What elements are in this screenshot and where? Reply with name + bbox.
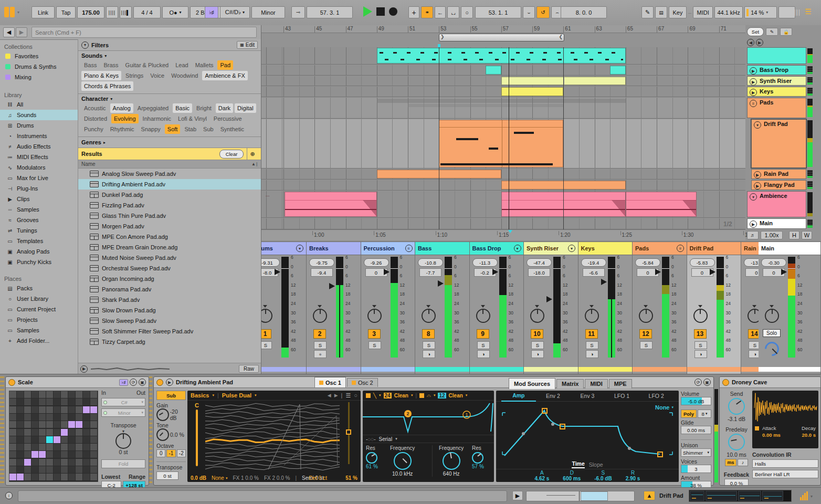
scale-grid-cell[interactable] bbox=[24, 466, 31, 473]
clip-ambience[interactable] bbox=[626, 192, 697, 217]
play-icon[interactable]: ▶ bbox=[754, 182, 761, 190]
lane-bass-drop[interactable] bbox=[261, 65, 745, 76]
key-signature-button[interactable]: ♭♯ bbox=[205, 6, 218, 18]
chev-icon[interactable]: ▾ bbox=[296, 245, 303, 252]
filter-tag-rhythmic[interactable]: Rhythmic bbox=[108, 124, 137, 134]
sidebar-item-all[interactable]: ‖‖All bbox=[0, 99, 78, 110]
scale-grid-cell[interactable] bbox=[17, 451, 24, 458]
scale-grid-cell[interactable] bbox=[9, 444, 16, 450]
scale-grid-cell[interactable] bbox=[83, 429, 90, 436]
filter2-type-icon[interactable]: ⌓ bbox=[427, 392, 431, 398]
channel-header[interactable]: Percussion≡ bbox=[361, 242, 415, 255]
wavetable-position-slider[interactable] bbox=[348, 402, 350, 464]
peak-level-badge[interactable]: -19.4 bbox=[581, 258, 606, 267]
channel-header[interactable]: Drift Pad bbox=[687, 242, 741, 255]
filter-tag-woodwind[interactable]: Woodwind bbox=[169, 71, 201, 80]
optimize-height-button[interactable]: H bbox=[789, 231, 799, 239]
pan-knob[interactable] bbox=[530, 309, 544, 323]
volume-fader-handle[interactable] bbox=[275, 269, 280, 275]
scale-grid-cell[interactable] bbox=[31, 466, 38, 473]
loop-brace[interactable]: ❯ ❮ bbox=[439, 34, 564, 41]
osc2-tab[interactable]: Osc 2 bbox=[347, 378, 378, 387]
filter1-toggle[interactable] bbox=[366, 393, 371, 398]
re-enable-automation-button[interactable]: ← bbox=[435, 6, 446, 18]
scale-grid-cell[interactable] bbox=[31, 436, 38, 443]
scale-grid-cell[interactable] bbox=[83, 421, 90, 428]
scale-grid-cell[interactable] bbox=[54, 474, 60, 480]
scale-grid-cell[interactable] bbox=[76, 414, 82, 421]
scale-grid-cell[interactable] bbox=[83, 436, 90, 443]
scale-grid-cell[interactable] bbox=[61, 459, 68, 466]
predelay-sync-toggle[interactable]: ♪ bbox=[738, 459, 748, 466]
scale-grid-cell[interactable] bbox=[9, 414, 16, 421]
scale-grid-cell[interactable] bbox=[54, 444, 60, 450]
scale-grid-cell[interactable] bbox=[46, 474, 53, 480]
scale-grid-cell[interactable] bbox=[68, 391, 75, 398]
scale-grid-cell[interactable] bbox=[9, 398, 16, 405]
lane-main[interactable] bbox=[261, 218, 745, 229]
scale-grid-cell[interactable] bbox=[17, 398, 24, 405]
scale-grid-cell[interactable] bbox=[68, 459, 75, 466]
scale-grid-cell[interactable] bbox=[9, 466, 16, 473]
track-number-box[interactable]: 12 bbox=[639, 329, 652, 339]
scale-name-select[interactable]: Minor▾ bbox=[101, 408, 145, 417]
scale-grid-cell[interactable] bbox=[90, 466, 97, 473]
track-header-bass-drop[interactable]: ▶Bass Drop bbox=[747, 65, 806, 75]
track-number-box[interactable]: 9 bbox=[477, 329, 489, 339]
scale-grid-cell[interactable] bbox=[17, 421, 24, 428]
root-note-menu[interactable]: C#/D♭▾ bbox=[220, 6, 250, 18]
channel-header[interactable]: Drums▾ bbox=[261, 242, 306, 255]
browser-forward-button[interactable]: ▶ bbox=[16, 27, 27, 37]
device-on-toggle[interactable] bbox=[8, 379, 15, 386]
clip-drums-pattern[interactable] bbox=[377, 48, 626, 64]
scale-grid-cell[interactable] bbox=[83, 474, 90, 480]
peak-level-badge[interactable]: -47.4 bbox=[527, 258, 552, 267]
raw-preview-button[interactable]: Raw bbox=[239, 365, 259, 373]
scale-grid-cell[interactable] bbox=[54, 406, 60, 413]
gain-value[interactable]: -20 dB bbox=[170, 408, 186, 421]
scale-grid-cell[interactable] bbox=[17, 414, 24, 421]
osc-effect-mode-menu[interactable]: None bbox=[212, 475, 224, 481]
scale-grid-cell[interactable] bbox=[61, 444, 68, 450]
res1-value[interactable]: 61 % bbox=[366, 464, 378, 469]
scale-grid-cell[interactable] bbox=[46, 444, 53, 450]
preview-play-icon[interactable]: ▶ bbox=[80, 365, 88, 373]
scale-grid-cell[interactable] bbox=[46, 414, 53, 421]
sidebar-item-templates[interactable]: ▭Templates bbox=[0, 236, 78, 246]
sidebar-item-mixing[interactable]: Mixing bbox=[0, 72, 78, 82]
play-icon[interactable]: ▶ bbox=[754, 171, 761, 178]
name-column-header[interactable]: Name bbox=[81, 161, 96, 167]
device-play-icon[interactable]: ▶ bbox=[166, 379, 173, 386]
scale-grid-cell[interactable] bbox=[24, 398, 31, 405]
chev-icon[interactable]: ▾ bbox=[750, 193, 757, 201]
scale-root-select[interactable]: C#▾ bbox=[101, 398, 145, 406]
scale-grid-cell[interactable] bbox=[17, 391, 24, 398]
scale-grid-cell[interactable] bbox=[9, 421, 16, 428]
channel-header[interactable]: Main bbox=[759, 242, 821, 255]
track-header-pads[interactable]: ≡Pads bbox=[747, 98, 806, 118]
browser-result-item[interactable]: Morgen Pad.adv bbox=[78, 221, 261, 232]
pan-knob[interactable] bbox=[313, 309, 327, 323]
overview-view-region[interactable] bbox=[581, 491, 608, 501]
scale-grid-cell[interactable] bbox=[24, 429, 31, 436]
mixer-channel-drift-pad[interactable]: Drift Pad-5.830606121824303642486013S◑ bbox=[687, 242, 742, 374]
solo-button[interactable]: S bbox=[369, 341, 381, 349]
session-record-button[interactable]: ○ bbox=[461, 6, 473, 18]
solo-button[interactable]: Solo bbox=[763, 329, 781, 337]
feedback-field[interactable]: 0.0 % bbox=[724, 479, 749, 486]
filter-tag-brass[interactable]: Brass bbox=[101, 60, 121, 70]
peak-level-badge[interactable]: -11.3 bbox=[472, 258, 498, 267]
monitor-button[interactable]: ◑ bbox=[694, 350, 707, 358]
sidebar-item-packs[interactable]: ▤Packs bbox=[0, 283, 78, 293]
channel-header[interactable]: Bass bbox=[415, 242, 469, 255]
scale-grid-cell[interactable] bbox=[68, 414, 75, 421]
pan-knob[interactable] bbox=[693, 309, 708, 323]
peak-level-badge[interactable]: -9.26 bbox=[364, 258, 389, 267]
scale-grid-cell[interactable] bbox=[39, 474, 46, 480]
solo-button[interactable]: S bbox=[586, 341, 598, 349]
session-view-icon[interactable]: ||| bbox=[794, 8, 801, 16]
add-filter-button[interactable]: ⊕ bbox=[247, 148, 258, 160]
scale-grid-cell[interactable] bbox=[24, 414, 31, 421]
solo-button[interactable]: S bbox=[477, 341, 490, 349]
channel-header[interactable]: Rain Pad bbox=[741, 242, 760, 255]
